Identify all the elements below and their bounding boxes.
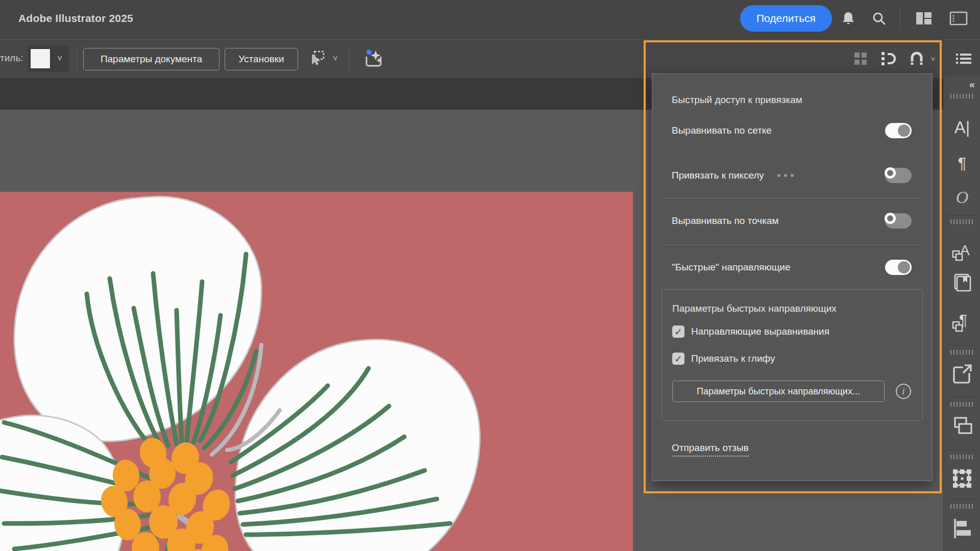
- smart-guides-options-button[interactable]: Параметры быстрых направляющих...: [672, 381, 885, 402]
- topbar-divider: [899, 8, 900, 29]
- artboard[interactable]: [0, 192, 633, 551]
- snap-to-pixel-icon[interactable]: [877, 47, 900, 70]
- toolbar-divider: [77, 46, 77, 71]
- dock-gripper[interactable]: [950, 504, 974, 509]
- alignment-guides-label: Направляющие выравнивания: [691, 326, 829, 337]
- dock-divider: [947, 499, 977, 499]
- smart-guides-options-header: Параметры быстрых направляющих: [672, 303, 837, 314]
- grid-icon[interactable]: [849, 47, 872, 70]
- chevron-down-icon[interactable]: ˅: [330, 47, 341, 70]
- opentype-panel-icon[interactable]: O: [944, 187, 980, 208]
- smart-guides-options-box: Параметры быстрых направляющих ✓ Направл…: [662, 289, 923, 421]
- magnet-icon[interactable]: [905, 47, 928, 70]
- app-top-bar: Adobe Illustrator 2025 Поделиться: [0, 0, 980, 39]
- control-toolbar: тиль: ˅ Параметры документа Установки ˅: [0, 39, 980, 78]
- alignment-guides-checkbox-row[interactable]: ✓ Направляющие выравнивания: [672, 325, 829, 338]
- align-icon[interactable]: [944, 515, 980, 542]
- snap-to-grid-row: Выравнивать по сетке: [672, 120, 912, 141]
- dock-gripper[interactable]: [950, 94, 974, 98]
- info-icon[interactable]: i: [896, 384, 911, 399]
- share-button[interactable]: Поделиться: [740, 5, 832, 32]
- snap-to-pixel-toggle[interactable]: [885, 168, 912, 183]
- checkbox-checked-icon[interactable]: ✓: [672, 325, 684, 338]
- bell-icon[interactable]: [837, 7, 860, 30]
- flower-artwork: [0, 192, 633, 551]
- app-title: Adobe Illustrator 2025: [18, 12, 133, 24]
- smart-guides-toggle[interactable]: [885, 260, 912, 275]
- preferences-button[interactable]: Установки: [225, 48, 298, 70]
- toolbar-divider: [349, 46, 350, 71]
- snap-to-pixel-label: Привязать к пикселу: [672, 170, 764, 181]
- petal-right: [235, 339, 480, 551]
- paragraph-panel-icon[interactable]: ¶: [944, 153, 980, 174]
- chevron-down-icon[interactable]: ˅: [51, 54, 69, 64]
- smart-guides-label: "Быстрые" направляющие: [672, 262, 790, 273]
- style-swatch-dropdown[interactable]: ˅: [28, 45, 69, 72]
- workspace-switcher-icon[interactable]: [913, 7, 935, 30]
- panel-divider: [662, 198, 923, 198]
- panel-dock: « A| ¶ O A ¶: [943, 77, 980, 551]
- document-setup-button[interactable]: Параметры документа: [83, 48, 219, 70]
- dock-gripper[interactable]: [950, 402, 974, 407]
- send-feedback-link[interactable]: Отправить отзыв: [672, 442, 749, 457]
- panel-header: Быстрый доступ к привязкам: [672, 94, 802, 106]
- snap-to-glyph-checkbox-row[interactable]: ✓ Привязать к глифу: [672, 353, 775, 365]
- search-icon[interactable]: [868, 7, 890, 30]
- collapse-dock-icon[interactable]: «: [969, 79, 975, 90]
- smart-guides-row: "Быстрые" направляющие: [672, 257, 912, 278]
- snap-to-pixel-row: Привязать к пикселу: [672, 165, 912, 186]
- snap-to-grid-toggle[interactable]: [885, 123, 912, 138]
- illustrator-window: Adobe Illustrator 2025 Поделиться тиль: …: [0, 0, 980, 551]
- checkbox-checked-icon[interactable]: ✓: [672, 353, 684, 365]
- selection-behavior-icon[interactable]: [305, 47, 330, 70]
- character-panel-icon[interactable]: A|: [944, 116, 980, 139]
- snap-to-point-toggle[interactable]: [885, 213, 912, 229]
- generative-ai-icon[interactable]: [360, 47, 387, 70]
- chevron-down-icon[interactable]: ˅: [928, 47, 938, 70]
- character-styles-icon[interactable]: A: [944, 241, 980, 264]
- snap-to-grid-label: Выравнивать по сетке: [672, 125, 772, 136]
- dock-gripper[interactable]: [950, 350, 974, 355]
- panel-divider: [662, 244, 923, 245]
- snap-to-glyph-label: Привязать к глифу: [691, 353, 775, 364]
- style-color-swatch[interactable]: [30, 48, 51, 69]
- snap-to-point-label: Выравнивать по точкам: [672, 215, 779, 227]
- dock-gripper[interactable]: [950, 455, 974, 459]
- libraries-icon[interactable]: [944, 271, 980, 294]
- snap-to-point-row: Выравнивать по точкам: [672, 211, 912, 231]
- export-icon[interactable]: [944, 361, 980, 387]
- dock-divider: [947, 397, 977, 397]
- more-options-icon[interactable]: [777, 174, 794, 177]
- menu-list-icon[interactable]: [951, 47, 976, 70]
- transform-icon[interactable]: [944, 465, 980, 492]
- dock-divider: [947, 449, 977, 450]
- panel-layout-icon[interactable]: [947, 7, 970, 30]
- snapping-options-panel: Быстрый доступ к привязкам Выравнивать п…: [652, 73, 933, 481]
- style-label: тиль:: [0, 53, 23, 64]
- dock-gripper[interactable]: [950, 219, 974, 224]
- paragraph-styles-icon[interactable]: ¶: [944, 310, 980, 336]
- artboards-icon[interactable]: [944, 413, 980, 439]
- dock-divider: [947, 345, 977, 345]
- dock-divider: [947, 215, 977, 216]
